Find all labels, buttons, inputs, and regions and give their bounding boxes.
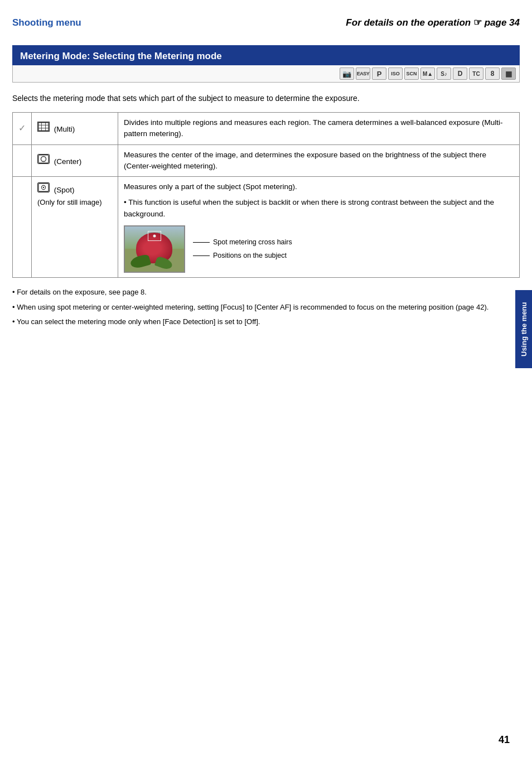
table-row: (Spot) (Only for still image) Measures o…	[13, 177, 520, 278]
mode-icon-bar: 📷 EASY P ISO SCN M▲ S♪ D TC 8 ▦	[12, 65, 520, 83]
spot-sublabel: (Only for still image)	[37, 197, 112, 208]
table-row: ✓ (Multi) Divides into multiple regions …	[13, 113, 520, 145]
mode-icon-center: (Center)	[32, 144, 118, 177]
mode-icon-spot: (Spot) (Only for still image)	[32, 177, 118, 278]
center-symbol	[37, 154, 50, 164]
multi-description: Divides into multiple regions and measur…	[118, 113, 520, 145]
spot-description: Measures only a part of the subject (Spo…	[118, 177, 520, 278]
easy-mode-icon: EASY	[356, 67, 370, 80]
spot-crosshairs-label: Spot metering cross hairs	[193, 237, 292, 248]
multi-symbol	[37, 122, 50, 132]
d-mode-icon: D	[453, 67, 467, 80]
intro-paragraph: Selects the metering mode that sets whic…	[12, 93, 520, 104]
note-2: • When using spot metering or center-wei…	[12, 302, 520, 314]
scn-mode-icon: SCN	[404, 67, 419, 80]
grid-mode-icon: ▦	[501, 67, 516, 80]
center-description: Measures the center of the image, and de…	[118, 144, 520, 177]
selection-check-multi: ✓	[13, 113, 32, 145]
note-3: • You can select the metering mode only …	[12, 316, 520, 328]
svg-point-9	[43, 187, 45, 189]
selection-check-center	[13, 144, 32, 177]
operation-ref: For details on the operation ☞ page 34	[346, 17, 520, 28]
svg-rect-0	[38, 123, 49, 131]
camera-mode-icon: 📷	[340, 67, 354, 80]
spot-label: (Spot)	[54, 186, 75, 194]
tc-mode-icon: TC	[469, 67, 483, 80]
p-mode-icon: P	[372, 67, 386, 80]
s-mode-icon: S♪	[437, 67, 451, 80]
iso-mode-icon: ISO	[388, 67, 403, 80]
section-title: Metering Mode: Selecting the Metering mo…	[12, 45, 520, 65]
spot-image-area: Spot metering cross hairs Positions on t…	[124, 225, 514, 273]
section-label: Shooting menu	[12, 17, 81, 28]
table-row: (Center) Measures the center of the imag…	[13, 144, 520, 177]
multi-label: (Multi)	[54, 125, 75, 133]
svg-point-6	[41, 156, 46, 161]
page-number: 41	[499, 734, 510, 746]
spot-position-label: Positions on the subject	[193, 250, 292, 261]
side-tab-label: Using the menu	[515, 290, 532, 368]
selection-check-spot	[13, 177, 32, 278]
note-1: • For details on the exposure, see page …	[12, 287, 520, 298]
mode-icon-multi: (Multi)	[32, 113, 118, 145]
spot-symbol	[37, 182, 50, 192]
spot-labels: Spot metering cross hairs Positions on t…	[193, 237, 292, 261]
eight-mode-icon: 8	[485, 67, 500, 80]
notes-section: • For details on the exposure, see page …	[12, 287, 520, 328]
header: Shooting menu For details on the operati…	[12, 17, 520, 28]
center-label: (Center)	[54, 157, 82, 166]
m-mode-icon: M▲	[420, 67, 435, 80]
spot-preview-image	[124, 225, 185, 273]
metering-modes-table: ✓ (Multi) Divides into multiple regions …	[12, 112, 520, 278]
